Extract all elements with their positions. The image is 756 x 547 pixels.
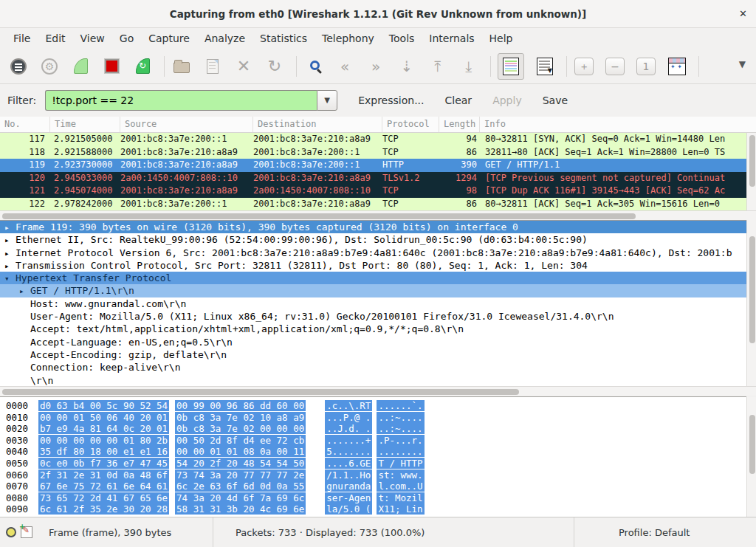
detail-row-http-get[interactable]: GET / HTTP/1.1\r\n xyxy=(0,284,746,297)
hex-row[interactable]: 00500c e0 0b f7 36 e7 47 4554 20 2f 20 4… xyxy=(0,458,746,469)
find-packet-icon[interactable] xyxy=(303,55,325,78)
go-to-top-icon[interactable]: ⤒ xyxy=(427,55,449,78)
capture-options-gear-icon[interactable]: ⚙ xyxy=(38,55,61,78)
go-back-icon[interactable]: « xyxy=(334,55,356,78)
menu-capture[interactable]: Capture xyxy=(141,28,197,49)
expander-icon[interactable] xyxy=(4,272,16,284)
detail-row-ipv6[interactable]: Internet Protocol Version 6, Src: 2001:b… xyxy=(0,247,746,259)
expert-info-icon[interactable] xyxy=(6,527,16,537)
menu-edit[interactable]: Edit xyxy=(38,28,72,49)
save-button[interactable]: Save xyxy=(543,94,568,106)
zoom-out-icon[interactable]: − xyxy=(604,55,626,78)
column-info[interactable]: Info xyxy=(480,117,756,132)
hex-offset: 0010 xyxy=(6,412,37,424)
restart-capture-icon[interactable]: ↻ xyxy=(131,55,154,78)
toolbar-separator xyxy=(490,56,491,77)
hex-row[interactable]: 004035 df 80 18 00 e1 e1 1600 00 01 01 0… xyxy=(0,446,746,458)
hex-row[interactable]: 008073 65 72 2d 41 67 65 6e74 3a 20 4d 6… xyxy=(0,492,746,504)
packet-row-122[interactable]: 1222.9782420002001:bc8:3a7e:200::12001:b… xyxy=(0,198,746,211)
hex-row[interactable]: 007067 6e 75 72 61 6e 64 616c 2e 63 6f 6… xyxy=(0,481,746,492)
colorize-packets-icon[interactable] xyxy=(497,55,525,78)
column-time[interactable]: Time xyxy=(50,117,120,132)
menu-internals[interactable]: Internals xyxy=(422,28,481,49)
expression-button[interactable]: Expression... xyxy=(358,94,424,106)
packet-list-vertical-scrollbar[interactable] xyxy=(746,133,756,210)
expander-icon[interactable] xyxy=(4,221,16,233)
filter-input[interactable] xyxy=(45,90,317,111)
resize-columns-icon[interactable] xyxy=(666,55,688,78)
toolbar-separator xyxy=(698,56,699,77)
hex-row[interactable]: 0000d0 63 b4 00 5c 90 52 5400 99 00 96 8… xyxy=(0,400,746,412)
cell-time: 2.978242000 xyxy=(50,198,120,211)
detail-row-accept-language[interactable]: Accept-Language: en-US,en;q=0.5\r\n xyxy=(0,336,746,348)
column-no[interactable]: No. xyxy=(0,117,50,132)
capture-comment-icon[interactable] xyxy=(21,526,32,538)
zoom-in-icon[interactable]: ＋ xyxy=(573,55,595,78)
hex-row[interactable]: 001000 00 01 50 06 40 20 010b c8 3a 7e 0… xyxy=(0,412,746,424)
packet-row-118[interactable]: 1182.9215880002001:bc8:3a7e:210:a8a92001… xyxy=(0,146,746,159)
menu-telephony[interactable]: Telephony xyxy=(315,28,382,49)
details-horizontal-scrollbar[interactable] xyxy=(0,386,756,396)
detail-text: Accept: text/html,application/xhtml+xml,… xyxy=(30,323,464,334)
detail-row-tcp[interactable]: Transmission Control Protocol, Src Port:… xyxy=(0,259,746,272)
column-length[interactable]: Length xyxy=(439,117,480,132)
close-file-icon[interactable]: ✕ xyxy=(233,55,255,78)
packet-list-horizontal-scrollbar[interactable] xyxy=(0,210,756,220)
save-file-icon[interactable] xyxy=(202,55,224,78)
detail-row-ethernet[interactable]: Ethernet II, Src: RealtekU_99:00:96 (52:… xyxy=(0,233,746,246)
detail-row-connection[interactable]: Connection: keep-alive\r\n xyxy=(0,361,746,374)
reload-icon[interactable]: ↻ xyxy=(264,55,286,78)
expander-icon[interactable] xyxy=(4,260,16,272)
window-title: Capturing from eth0 [Wireshark 1.12.1 (G… xyxy=(0,0,756,28)
packet-row-121[interactable]: 1212.9450740002001:bc8:3a7e:210:a8a92a00… xyxy=(0,185,746,198)
column-source[interactable]: Source xyxy=(120,117,253,132)
clear-button[interactable]: Clear xyxy=(445,94,472,106)
zoom-100-icon[interactable]: 1 xyxy=(635,55,657,78)
menu-tools[interactable]: Tools xyxy=(382,28,422,49)
auto-scroll-icon[interactable] xyxy=(534,55,556,78)
packet-row-117[interactable]: 1172.9215050002001:bc8:3a7e:200::12001:b… xyxy=(0,133,746,146)
hex-ascii: l.com..U xyxy=(377,481,424,492)
column-destination[interactable]: Destination xyxy=(253,117,382,132)
filter-dropdown-icon[interactable]: ▼ xyxy=(317,90,337,111)
cell-protocol: TCP xyxy=(382,133,439,146)
close-window-button[interactable]: ✕ xyxy=(739,0,747,28)
go-forward-icon[interactable]: » xyxy=(365,55,387,78)
toolbar-overflow-chevron-icon[interactable]: ▼ xyxy=(739,59,746,69)
detail-row-accept[interactable]: Accept: text/html,application/xhtml+xml,… xyxy=(0,323,746,335)
packet-details-pane: Frame 119: 390 bytes on wire (3120 bits)… xyxy=(0,220,746,386)
expander-icon[interactable] xyxy=(4,234,16,246)
go-to-bottom-icon[interactable]: ⤓ xyxy=(458,55,480,78)
go-to-packet-icon[interactable]: ⇣ xyxy=(396,55,418,78)
menu-statistics[interactable]: Statistics xyxy=(252,28,315,49)
expander-icon[interactable] xyxy=(4,247,16,259)
menu-help[interactable]: Help xyxy=(482,28,520,49)
details-vertical-scrollbar[interactable] xyxy=(746,220,756,386)
cell-protocol: TCP xyxy=(382,185,439,198)
hex-row[interactable]: 00906c 61 2f 35 2e 30 20 2858 31 31 3b 2… xyxy=(0,503,746,515)
stop-capture-icon[interactable] xyxy=(100,55,123,78)
detail-row-frame[interactable]: Frame 119: 390 bytes on wire (3120 bits)… xyxy=(0,221,746,233)
detail-row-user-agent[interactable]: User-Agent: Mozilla/5.0 (X11; Linux x86_… xyxy=(0,310,746,323)
hex-row[interactable]: 0020b7 e9 4a 81 64 0c 20 010b c8 3a 7e 0… xyxy=(0,423,746,435)
detail-row-http-selected[interactable]: Hypertext Transfer Protocol xyxy=(0,272,746,284)
menu-go[interactable]: Go xyxy=(112,28,141,49)
menu-view[interactable]: View xyxy=(73,28,112,49)
detail-row-crlf[interactable]: \r\n xyxy=(0,374,746,386)
expander-icon[interactable] xyxy=(19,285,30,297)
detail-row-accept-encoding[interactable]: Accept-Encoding: gzip, deflate\r\n xyxy=(0,348,746,361)
start-capture-icon[interactable] xyxy=(69,55,92,78)
column-protocol[interactable]: Protocol xyxy=(382,117,439,132)
menu-analyze[interactable]: Analyze xyxy=(197,28,252,49)
packet-row-119-selected[interactable]: 1192.9237300002001:bc8:3a7e:210:a8a92001… xyxy=(0,159,746,172)
hex-row[interactable]: 003000 00 00 00 00 01 80 2b00 50 2d 8f d… xyxy=(0,435,746,447)
detail-row-host[interactable]: Host: www.gnurandal.com\r\n xyxy=(0,297,746,310)
hex-vertical-scrollbar[interactable] xyxy=(746,397,756,517)
open-file-icon[interactable] xyxy=(171,55,193,78)
cell-no: 118 xyxy=(0,146,50,159)
menu-file[interactable]: File xyxy=(6,28,38,49)
list-interfaces-icon[interactable] xyxy=(7,55,30,78)
detail-text: Hypertext Transfer Protocol xyxy=(16,272,171,283)
packet-row-120[interactable]: 1202.9450330002a00:1450:4007:808::102001… xyxy=(0,172,746,185)
hex-row[interactable]: 00602f 31 2e 31 0d 0a 48 6f73 74 3a 20 7… xyxy=(0,469,746,481)
